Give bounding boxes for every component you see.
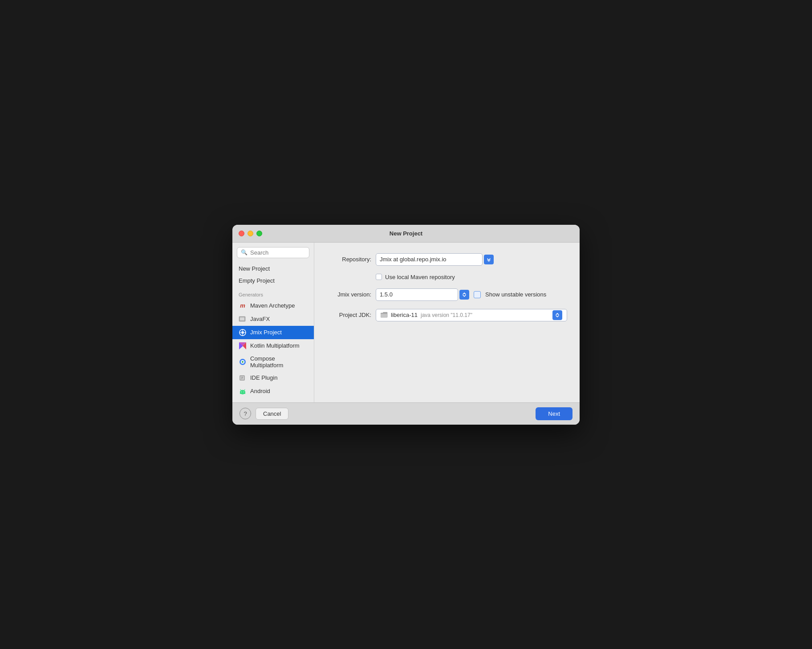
svg-line-25	[244, 389, 245, 390]
main-content: 🔍 New Project Empty Project Generators m…	[232, 243, 580, 402]
sidebar-item-label: Compose Multiplatform	[250, 355, 308, 369]
jmix-icon	[239, 329, 247, 337]
jmix-version-select-container: 1.5.0	[376, 288, 469, 301]
ide-plugin-icon	[239, 374, 247, 382]
sidebar-item-label: JavaFX	[250, 316, 270, 322]
sidebar-item-label: Jmix Project	[250, 329, 282, 336]
sidebar-item-jmix-project[interactable]: Jmix Project	[232, 326, 314, 339]
project-jdk-select[interactable]: liberica-11 java version "11.0.17"	[376, 309, 567, 321]
help-button[interactable]: ?	[240, 408, 251, 419]
close-button[interactable]	[239, 231, 244, 236]
titlebar: New Project	[232, 225, 580, 243]
jmix-version-row: Jmix version: 1.5.0 Show unstable versio…	[327, 288, 567, 301]
jdk-inner: liberica-11 java version "11.0.17"	[381, 312, 552, 318]
repository-label: Repository:	[327, 256, 371, 263]
jdk-version-text: java version "11.0.17"	[421, 312, 472, 318]
footer-left: ? Cancel	[240, 408, 288, 420]
show-unstable-label: Show unstable versions	[485, 291, 546, 298]
svg-point-3	[241, 331, 244, 334]
maven-icon: m	[239, 302, 247, 310]
show-unstable-checkbox[interactable]	[474, 291, 481, 298]
svg-point-23	[244, 391, 244, 392]
project-jdk-row: Project JDK: liberica-11 java version "1…	[327, 309, 567, 321]
sidebar: 🔍 New Project Empty Project Generators m…	[232, 243, 314, 402]
svg-rect-21	[240, 393, 245, 394]
minimize-button[interactable]	[248, 231, 253, 236]
local-maven-label: Use local Maven repository	[385, 274, 455, 280]
sidebar-item-label: Kotlin Multiplatform	[250, 342, 300, 349]
jdk-dropdown-arrow[interactable]	[552, 310, 562, 320]
sidebar-item-label: New Project	[239, 265, 270, 272]
window-title: New Project	[390, 230, 422, 237]
sidebar-item-javafx[interactable]: JavaFX	[232, 312, 314, 326]
android-icon	[239, 387, 247, 395]
kotlin-icon	[239, 342, 247, 350]
sidebar-item-new-project[interactable]: New Project	[232, 263, 314, 275]
content-area: Repository: Jmix at global.repo.jmix.io …	[314, 243, 580, 402]
repository-row: Repository: Jmix at global.repo.jmix.io	[327, 253, 567, 266]
window-body: 🔍 New Project Empty Project Generators m…	[232, 243, 580, 425]
jmix-version-select[interactable]: 1.5.0	[376, 288, 458, 301]
cancel-button[interactable]: Cancel	[256, 408, 288, 420]
maximize-button[interactable]	[256, 231, 262, 236]
search-icon: 🔍	[241, 249, 248, 256]
sidebar-item-ide-plugin[interactable]: IDE Plugin	[232, 371, 314, 385]
sidebar-item-label: Empty Project	[239, 277, 275, 284]
sidebar-item-label: IDE Plugin	[250, 374, 277, 381]
generators-section-label: Generators	[232, 287, 314, 299]
svg-line-24	[240, 389, 241, 390]
compose-icon	[239, 358, 247, 366]
jmix-version-value: 1.5.0	[380, 291, 393, 298]
jmix-version-label: Jmix version:	[327, 291, 371, 298]
jdk-version: liberica-11	[391, 312, 418, 318]
new-project-dialog: New Project 🔍 New Project Empty Project …	[232, 225, 580, 425]
repository-select[interactable]: Jmix at global.repo.jmix.io	[376, 253, 483, 266]
sidebar-item-maven-archetype[interactable]: m Maven Archetype	[232, 299, 314, 312]
folder-icon	[381, 312, 388, 318]
sidebar-item-android[interactable]: Android	[232, 385, 314, 398]
footer: ? Cancel Next	[232, 402, 580, 425]
next-button[interactable]: Next	[536, 407, 572, 420]
local-maven-row: Use local Maven repository	[376, 274, 567, 280]
sidebar-item-label: Maven Archetype	[250, 302, 295, 309]
search-bar[interactable]: 🔍	[237, 247, 309, 258]
sidebar-item-label: Android	[250, 388, 270, 394]
jmix-version-spinner[interactable]	[459, 290, 469, 300]
sidebar-item-empty-project[interactable]: Empty Project	[232, 275, 314, 287]
svg-rect-1	[240, 317, 244, 320]
sidebar-item-kotlin[interactable]: Kotlin Multiplatform	[232, 339, 314, 353]
javafx-icon	[239, 315, 247, 323]
repository-select-container: Jmix at global.repo.jmix.io	[376, 253, 494, 266]
sidebar-item-compose[interactable]: Compose Multiplatform	[232, 353, 314, 371]
svg-point-13	[242, 361, 244, 363]
repository-dropdown-arrow[interactable]	[484, 255, 494, 264]
svg-point-22	[241, 391, 242, 392]
search-input[interactable]	[250, 249, 305, 256]
project-jdk-label: Project JDK:	[327, 312, 371, 318]
repository-value: Jmix at global.repo.jmix.io	[380, 256, 447, 263]
traffic-lights	[239, 231, 262, 236]
local-maven-checkbox[interactable]	[376, 274, 382, 280]
